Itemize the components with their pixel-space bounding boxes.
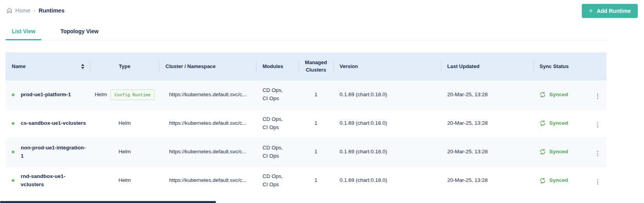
sync-status-label: Synced xyxy=(549,176,568,185)
column-header-modules: Modules xyxy=(256,52,299,81)
health-status-dot xyxy=(12,179,14,182)
last-updated-label: 20-Mar-25, 13:28 xyxy=(441,166,533,195)
table-row: prod-ue1-platform-1 Helm Config Runtime … xyxy=(5,81,606,109)
sync-icon xyxy=(540,92,546,98)
sync-icon xyxy=(540,178,546,184)
column-header-version: Version xyxy=(333,52,441,81)
cluster-url: https://kubernetes.default.svc/c... xyxy=(159,138,256,166)
runtimes-table: Name Type Cluster / Namespace Modules Ma… xyxy=(5,52,606,195)
view-tabs: List View Topology View xyxy=(5,23,606,40)
modules-list: CD Ops, CI Ops xyxy=(256,109,299,138)
breadcrumb-separator: › xyxy=(34,7,36,14)
breadcrumb-home-label: Home xyxy=(15,7,31,14)
version-label: 0.1.69 (chart:0.18.0) xyxy=(333,138,441,166)
last-updated-label: 20-Mar-25, 13:28 xyxy=(441,109,533,138)
cluster-url: https://kubernetes.default.svc/c... xyxy=(159,109,256,138)
sync-status-label: Synced xyxy=(549,91,568,99)
table-row: cs-sandbox-ue1-vclusters Helm https://ku… xyxy=(5,109,606,138)
column-header-managed-clusters: Managed Clusters xyxy=(299,52,333,81)
table-header-row: Name Type Cluster / Namespace Modules Ma… xyxy=(5,52,606,81)
column-header-type: Type xyxy=(90,52,159,81)
last-updated-label: 20-Mar-25, 13:28 xyxy=(441,138,533,166)
health-status-dot xyxy=(12,93,14,96)
breadcrumb-home-link[interactable]: Home xyxy=(6,7,31,14)
health-status-dot xyxy=(12,151,14,153)
runtime-name[interactable]: rnd-sandbox-ue1-vclusters xyxy=(21,172,87,189)
managed-clusters-count: 1 xyxy=(299,166,333,195)
table-row: rnd-sandbox-ue1-vclusters Helm https://k… xyxy=(5,166,606,195)
runtime-type-label: Helm xyxy=(90,109,159,138)
row-actions-kebab-icon[interactable] xyxy=(595,178,601,186)
table-row: non-prod-ue1-integration-1 Helm https://… xyxy=(5,138,606,166)
version-label: 0.1.69 (chart:0.18.0) xyxy=(333,109,441,138)
breadcrumb: Home › Runtimes xyxy=(6,4,65,14)
column-header-actions xyxy=(595,52,606,81)
horizontal-scrollbar-thumb[interactable] xyxy=(0,201,216,203)
page-title: Runtimes xyxy=(39,7,65,14)
row-actions-kebab-icon[interactable] xyxy=(595,92,601,101)
column-header-cluster: Cluster / Namespace xyxy=(159,52,256,81)
last-updated-label: 20-Mar-25, 13:28 xyxy=(441,81,533,109)
row-actions-kebab-icon[interactable] xyxy=(595,120,601,129)
modules-list: CD Ops, CI Ops xyxy=(256,166,299,195)
sync-icon xyxy=(540,149,546,155)
cluster-url: https://kubernetes.default.svc/c... xyxy=(159,81,256,109)
column-header-sync-status: Sync Status xyxy=(533,52,595,81)
plus-icon: + xyxy=(589,7,593,14)
health-status-dot xyxy=(12,122,14,125)
runtime-name[interactable]: non-prod-ue1-integration-1 xyxy=(21,144,87,160)
version-label: 0.1.69 (chart:0.18.0) xyxy=(333,166,441,195)
row-actions-kebab-icon[interactable] xyxy=(595,149,601,158)
runtime-name[interactable]: prod-ue1-platform-1 xyxy=(21,91,71,99)
modules-list: CD Ops, CI Ops xyxy=(256,81,299,109)
managed-clusters-count: 1 xyxy=(299,138,333,166)
tab-topology-view[interactable]: Topology View xyxy=(54,23,105,40)
managed-clusters-count: 1 xyxy=(299,81,333,109)
sync-status-label: Synced xyxy=(549,148,568,156)
modules-list: CD Ops, CI Ops xyxy=(256,138,299,166)
add-runtime-button[interactable]: + Add Runtime xyxy=(582,4,638,18)
column-header-last-updated: Last Updated xyxy=(441,52,533,81)
version-label: 0.1.69 (chart:0.18.0) xyxy=(333,81,441,109)
config-runtime-badge: Config Runtime xyxy=(110,90,155,100)
managed-clusters-count: 1 xyxy=(299,109,333,138)
top-bar: Home › Runtimes + Add Runtime xyxy=(0,0,644,22)
sync-icon xyxy=(540,120,546,126)
cluster-url: https://kubernetes.default.svc/c... xyxy=(159,166,256,195)
runtime-type-label: Helm xyxy=(90,138,159,166)
runtime-name[interactable]: cs-sandbox-ue1-vclusters xyxy=(21,119,86,128)
runtime-type-label: Helm xyxy=(90,166,159,195)
tab-list-view[interactable]: List View xyxy=(5,23,41,40)
sort-icon[interactable] xyxy=(81,64,85,69)
add-runtime-label: Add Runtime xyxy=(597,8,631,14)
sync-status-label: Synced xyxy=(549,119,568,128)
home-icon xyxy=(6,7,13,14)
runtime-type-label: Helm xyxy=(95,91,107,99)
column-header-name[interactable]: Name xyxy=(5,52,90,81)
